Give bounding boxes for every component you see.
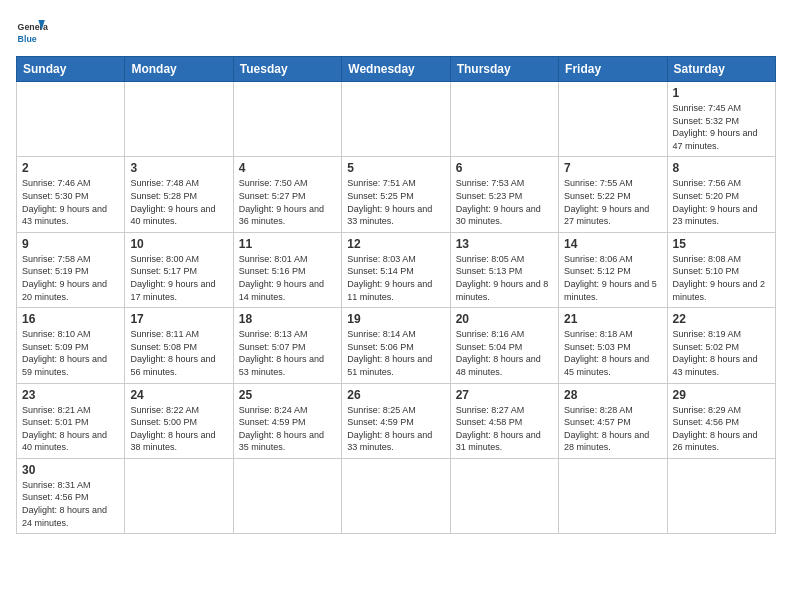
calendar-cell	[559, 458, 667, 533]
day-info: Sunrise: 8:06 AM Sunset: 5:12 PM Dayligh…	[564, 253, 661, 303]
calendar-cell: 7Sunrise: 7:55 AM Sunset: 5:22 PM Daylig…	[559, 157, 667, 232]
day-info: Sunrise: 8:16 AM Sunset: 5:04 PM Dayligh…	[456, 328, 553, 378]
day-info: Sunrise: 8:00 AM Sunset: 5:17 PM Dayligh…	[130, 253, 227, 303]
weekday-header-thursday: Thursday	[450, 57, 558, 82]
calendar-cell: 14Sunrise: 8:06 AM Sunset: 5:12 PM Dayli…	[559, 232, 667, 307]
calendar-cell: 29Sunrise: 8:29 AM Sunset: 4:56 PM Dayli…	[667, 383, 775, 458]
day-number: 12	[347, 237, 444, 251]
calendar-cell	[233, 458, 341, 533]
day-info: Sunrise: 8:19 AM Sunset: 5:02 PM Dayligh…	[673, 328, 770, 378]
calendar-cell: 4Sunrise: 7:50 AM Sunset: 5:27 PM Daylig…	[233, 157, 341, 232]
calendar-cell: 2Sunrise: 7:46 AM Sunset: 5:30 PM Daylig…	[17, 157, 125, 232]
calendar-page: GeneralBlue SundayMondayTuesdayWednesday…	[0, 0, 792, 612]
day-number: 7	[564, 161, 661, 175]
calendar-cell: 17Sunrise: 8:11 AM Sunset: 5:08 PM Dayli…	[125, 308, 233, 383]
calendar-week-row: 16Sunrise: 8:10 AM Sunset: 5:09 PM Dayli…	[17, 308, 776, 383]
day-info: Sunrise: 8:22 AM Sunset: 5:00 PM Dayligh…	[130, 404, 227, 454]
day-number: 29	[673, 388, 770, 402]
calendar-cell	[559, 82, 667, 157]
day-info: Sunrise: 8:01 AM Sunset: 5:16 PM Dayligh…	[239, 253, 336, 303]
day-number: 9	[22, 237, 119, 251]
calendar-week-row: 2Sunrise: 7:46 AM Sunset: 5:30 PM Daylig…	[17, 157, 776, 232]
calendar-cell: 21Sunrise: 8:18 AM Sunset: 5:03 PM Dayli…	[559, 308, 667, 383]
day-number: 26	[347, 388, 444, 402]
day-info: Sunrise: 7:50 AM Sunset: 5:27 PM Dayligh…	[239, 177, 336, 227]
calendar-cell	[667, 458, 775, 533]
calendar-week-row: 9Sunrise: 7:58 AM Sunset: 5:19 PM Daylig…	[17, 232, 776, 307]
day-info: Sunrise: 8:18 AM Sunset: 5:03 PM Dayligh…	[564, 328, 661, 378]
day-info: Sunrise: 8:29 AM Sunset: 4:56 PM Dayligh…	[673, 404, 770, 454]
day-info: Sunrise: 8:27 AM Sunset: 4:58 PM Dayligh…	[456, 404, 553, 454]
calendar-cell: 26Sunrise: 8:25 AM Sunset: 4:59 PM Dayli…	[342, 383, 450, 458]
day-number: 17	[130, 312, 227, 326]
day-number: 24	[130, 388, 227, 402]
day-info: Sunrise: 8:28 AM Sunset: 4:57 PM Dayligh…	[564, 404, 661, 454]
calendar-cell: 5Sunrise: 7:51 AM Sunset: 5:25 PM Daylig…	[342, 157, 450, 232]
logo: GeneralBlue	[16, 16, 48, 48]
day-info: Sunrise: 8:11 AM Sunset: 5:08 PM Dayligh…	[130, 328, 227, 378]
day-info: Sunrise: 7:48 AM Sunset: 5:28 PM Dayligh…	[130, 177, 227, 227]
day-info: Sunrise: 8:08 AM Sunset: 5:10 PM Dayligh…	[673, 253, 770, 303]
day-info: Sunrise: 8:13 AM Sunset: 5:07 PM Dayligh…	[239, 328, 336, 378]
day-number: 5	[347, 161, 444, 175]
calendar-cell: 6Sunrise: 7:53 AM Sunset: 5:23 PM Daylig…	[450, 157, 558, 232]
day-number: 22	[673, 312, 770, 326]
day-number: 15	[673, 237, 770, 251]
day-number: 10	[130, 237, 227, 251]
calendar-cell: 3Sunrise: 7:48 AM Sunset: 5:28 PM Daylig…	[125, 157, 233, 232]
day-number: 8	[673, 161, 770, 175]
calendar-cell: 19Sunrise: 8:14 AM Sunset: 5:06 PM Dayli…	[342, 308, 450, 383]
day-info: Sunrise: 8:10 AM Sunset: 5:09 PM Dayligh…	[22, 328, 119, 378]
calendar-cell: 28Sunrise: 8:28 AM Sunset: 4:57 PM Dayli…	[559, 383, 667, 458]
day-info: Sunrise: 7:55 AM Sunset: 5:22 PM Dayligh…	[564, 177, 661, 227]
day-info: Sunrise: 8:21 AM Sunset: 5:01 PM Dayligh…	[22, 404, 119, 454]
day-number: 11	[239, 237, 336, 251]
weekday-header-monday: Monday	[125, 57, 233, 82]
day-info: Sunrise: 7:58 AM Sunset: 5:19 PM Dayligh…	[22, 253, 119, 303]
calendar-cell	[233, 82, 341, 157]
day-info: Sunrise: 8:24 AM Sunset: 4:59 PM Dayligh…	[239, 404, 336, 454]
day-number: 21	[564, 312, 661, 326]
day-number: 16	[22, 312, 119, 326]
day-info: Sunrise: 8:31 AM Sunset: 4:56 PM Dayligh…	[22, 479, 119, 529]
calendar-cell: 24Sunrise: 8:22 AM Sunset: 5:00 PM Dayli…	[125, 383, 233, 458]
calendar-week-row: 23Sunrise: 8:21 AM Sunset: 5:01 PM Dayli…	[17, 383, 776, 458]
calendar-cell: 11Sunrise: 8:01 AM Sunset: 5:16 PM Dayli…	[233, 232, 341, 307]
day-number: 2	[22, 161, 119, 175]
calendar-cell	[450, 82, 558, 157]
calendar-cell	[450, 458, 558, 533]
day-number: 28	[564, 388, 661, 402]
calendar-cell: 9Sunrise: 7:58 AM Sunset: 5:19 PM Daylig…	[17, 232, 125, 307]
calendar-cell: 13Sunrise: 8:05 AM Sunset: 5:13 PM Dayli…	[450, 232, 558, 307]
day-number: 1	[673, 86, 770, 100]
calendar-cell: 12Sunrise: 8:03 AM Sunset: 5:14 PM Dayli…	[342, 232, 450, 307]
day-number: 19	[347, 312, 444, 326]
header: GeneralBlue	[16, 16, 776, 48]
day-info: Sunrise: 7:53 AM Sunset: 5:23 PM Dayligh…	[456, 177, 553, 227]
day-number: 4	[239, 161, 336, 175]
calendar-cell: 16Sunrise: 8:10 AM Sunset: 5:09 PM Dayli…	[17, 308, 125, 383]
day-number: 3	[130, 161, 227, 175]
calendar-table: SundayMondayTuesdayWednesdayThursdayFrid…	[16, 56, 776, 534]
calendar-cell	[125, 82, 233, 157]
day-number: 6	[456, 161, 553, 175]
calendar-cell	[342, 458, 450, 533]
logo-icon: GeneralBlue	[16, 16, 48, 48]
calendar-cell: 18Sunrise: 8:13 AM Sunset: 5:07 PM Dayli…	[233, 308, 341, 383]
day-number: 27	[456, 388, 553, 402]
calendar-week-row: 30Sunrise: 8:31 AM Sunset: 4:56 PM Dayli…	[17, 458, 776, 533]
day-number: 18	[239, 312, 336, 326]
day-info: Sunrise: 7:45 AM Sunset: 5:32 PM Dayligh…	[673, 102, 770, 152]
calendar-cell	[342, 82, 450, 157]
day-info: Sunrise: 8:14 AM Sunset: 5:06 PM Dayligh…	[347, 328, 444, 378]
calendar-cell: 25Sunrise: 8:24 AM Sunset: 4:59 PM Dayli…	[233, 383, 341, 458]
calendar-cell	[17, 82, 125, 157]
calendar-cell: 1Sunrise: 7:45 AM Sunset: 5:32 PM Daylig…	[667, 82, 775, 157]
day-number: 23	[22, 388, 119, 402]
calendar-cell: 10Sunrise: 8:00 AM Sunset: 5:17 PM Dayli…	[125, 232, 233, 307]
day-info: Sunrise: 8:25 AM Sunset: 4:59 PM Dayligh…	[347, 404, 444, 454]
day-info: Sunrise: 7:51 AM Sunset: 5:25 PM Dayligh…	[347, 177, 444, 227]
day-info: Sunrise: 8:03 AM Sunset: 5:14 PM Dayligh…	[347, 253, 444, 303]
day-number: 30	[22, 463, 119, 477]
weekday-header-row: SundayMondayTuesdayWednesdayThursdayFrid…	[17, 57, 776, 82]
